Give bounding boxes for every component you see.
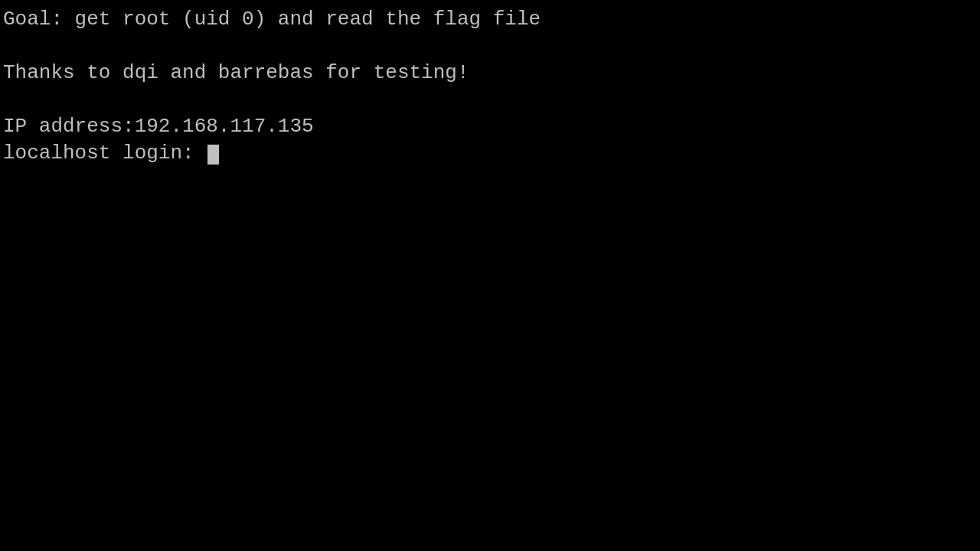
blank-line-2 [3, 86, 977, 113]
goal-line: Goal: get root (uid 0) and read the flag… [3, 6, 977, 33]
cursor [207, 145, 218, 165]
ip-line: IP address:192.168.117.135 [3, 113, 977, 140]
blank-line-1 [3, 33, 977, 60]
terminal-screen: Goal: get root (uid 0) and read the flag… [3, 6, 977, 168]
thanks-line: Thanks to dqi and barrebas for testing! [3, 60, 977, 86]
login-line[interactable]: localhost login: [3, 140, 977, 167]
